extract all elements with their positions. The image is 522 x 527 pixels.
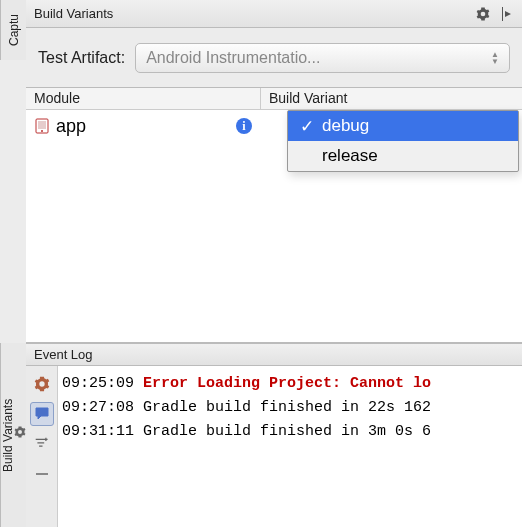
log-time: 09:27:08 bbox=[62, 399, 143, 416]
log-time: 09:25:09 bbox=[62, 375, 143, 392]
build-variants-header: Build Variants bbox=[26, 0, 522, 28]
log-message: Error Loading Project: Cannot lo bbox=[143, 375, 431, 392]
variant-option-debug[interactable]: ✓ debug bbox=[288, 111, 518, 141]
event-log-body: 09:25:09 Error Loading Project: Cannot l… bbox=[26, 366, 522, 527]
svg-rect-5 bbox=[36, 473, 48, 475]
log-entry-error: 09:25:09 Error Loading Project: Cannot l… bbox=[62, 372, 518, 396]
module-cell: app i bbox=[26, 116, 261, 137]
test-artifact-selected: Android Instrumentatio... bbox=[146, 49, 320, 67]
balloon-button[interactable] bbox=[30, 402, 54, 426]
column-header-variant: Build Variant bbox=[261, 88, 522, 109]
log-entry: 09:31:11 Gradle build finished in 3m 0s … bbox=[62, 420, 518, 444]
gear-icon bbox=[15, 426, 27, 440]
build-variant-dropdown[interactable]: ✓ debug release bbox=[287, 110, 519, 172]
svg-point-2 bbox=[41, 130, 43, 132]
log-message: Gradle build finished in 22s 162 bbox=[143, 399, 431, 416]
variant-option-release[interactable]: release bbox=[288, 141, 518, 171]
event-log-content[interactable]: 09:25:09 Error Loading Project: Cannot l… bbox=[58, 366, 522, 527]
variants-table-body: app i ✓ debug release bbox=[26, 110, 522, 343]
panel-title: Build Variants bbox=[34, 6, 113, 21]
test-artifact-dropdown[interactable]: Android Instrumentatio... ▲▼ bbox=[135, 43, 510, 73]
module-name: app bbox=[56, 116, 86, 137]
collapse-icon[interactable] bbox=[500, 7, 514, 21]
settings-icon[interactable] bbox=[476, 7, 490, 21]
event-log-title: Event Log bbox=[34, 347, 93, 362]
variants-table-header: Module Build Variant bbox=[26, 88, 522, 110]
test-artifact-label: Test Artifact: bbox=[38, 49, 125, 67]
sidebar-tab-build-variants[interactable]: Build Variants bbox=[0, 343, 26, 527]
sidebar-tab-build-variants-label: Build Variants bbox=[1, 398, 15, 471]
event-log-toolbar bbox=[26, 366, 58, 527]
table-row[interactable]: app i ✓ debug release bbox=[26, 110, 522, 142]
variant-option-label: release bbox=[322, 146, 378, 166]
check-icon: ✓ bbox=[300, 116, 312, 137]
sidebar-tab-captures[interactable]: Captu bbox=[0, 0, 26, 60]
settings-button[interactable] bbox=[30, 372, 54, 396]
sidebar-tab-captures-label: Captu bbox=[7, 14, 21, 46]
column-header-module: Module bbox=[26, 88, 261, 109]
chevron-up-down-icon: ▲▼ bbox=[491, 51, 499, 65]
filter-button[interactable] bbox=[30, 432, 54, 456]
info-icon[interactable]: i bbox=[235, 117, 253, 135]
log-entry: 09:27:08 Gradle build finished in 22s 16… bbox=[62, 396, 518, 420]
event-log-panel: Event Log 09:25:09 Error Loading Project… bbox=[26, 343, 522, 527]
module-icon bbox=[34, 118, 50, 134]
variant-option-label: debug bbox=[322, 116, 369, 136]
test-artifact-row: Test Artifact: Android Instrumentatio...… bbox=[26, 28, 522, 88]
svg-rect-1 bbox=[38, 121, 46, 129]
event-log-header: Event Log bbox=[26, 344, 522, 366]
panel-header-actions bbox=[476, 7, 514, 21]
more-button[interactable] bbox=[30, 462, 54, 486]
log-message: Gradle build finished in 3m 0s 6 bbox=[143, 423, 431, 440]
log-time: 09:31:11 bbox=[62, 423, 143, 440]
